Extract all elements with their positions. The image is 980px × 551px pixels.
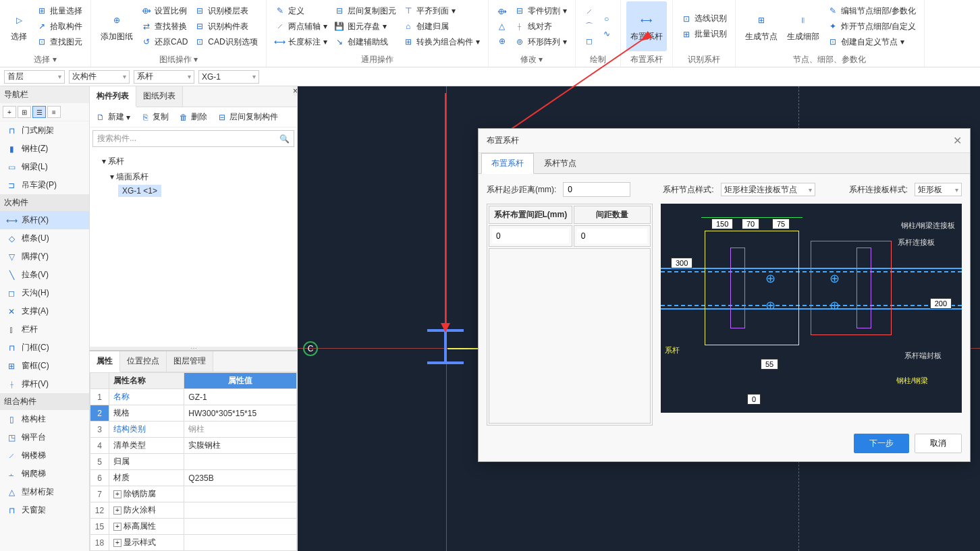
revert-cad[interactable]: ↺还原CAD <box>138 35 190 49</box>
property-row[interactable]: 4 清单类型 实腹钢柱 <box>90 438 297 454</box>
next-button[interactable]: 下一步 <box>854 434 909 453</box>
view-detail[interactable]: ≡ <box>47 106 61 118</box>
mirror[interactable]: ⟴ <box>494 5 510 18</box>
sidebar-item[interactable]: ⫿栏杆 <box>0 320 89 339</box>
two-point-axis[interactable]: ⟋两点辅轴 ▾ <box>272 20 330 34</box>
sidebar-item[interactable]: ▭钢梁(L) <box>0 158 89 176</box>
circular-array[interactable]: ⊚环形阵列 ▾ <box>512 35 570 49</box>
sidebar-item[interactable]: ▽隅撑(Y) <box>0 248 89 266</box>
layer-copy[interactable]: ⊟层间复制图元 <box>331 4 399 18</box>
draw-line[interactable]: ⟋ <box>581 5 597 18</box>
sidebar-item[interactable]: ⊓天窗架 <box>0 501 89 519</box>
select-tool[interactable]: ▷选择 <box>5 1 32 51</box>
move[interactable]: ⊕ <box>494 34 510 48</box>
length-dim[interactable]: ⟷长度标注 ▾ <box>272 35 330 49</box>
property-row[interactable]: 1 名称 GZ-1 <box>90 389 297 405</box>
gen-node[interactable]: ⊞生成节点 <box>741 1 782 51</box>
set-scale[interactable]: ⟴设置比例 <box>138 4 190 18</box>
copy-button[interactable]: ⎘复制 <box>137 110 171 124</box>
nav-section[interactable]: ⊓门式刚架▮钢柱(Z)▭钢梁(L)⊐吊车梁(P)次构件⟷系杆(X)◇檩条(U)▽… <box>0 121 89 551</box>
layout-tie-rod-button[interactable]: ⟷布置系杆 <box>626 1 667 51</box>
tab-layer[interactable]: 图层管理 <box>167 351 213 372</box>
property-row[interactable]: 7 +除锈防腐 <box>90 486 297 502</box>
find-element[interactable]: ⊡查找图元 <box>34 35 85 49</box>
combine[interactable]: ⊞转换为组合构件 ▾ <box>400 35 483 49</box>
view-tree[interactable]: + <box>3 106 16 118</box>
sub-dropdown[interactable]: 次构件 <box>69 70 130 84</box>
recognize-member[interactable]: ⊟识别构件表 <box>192 20 260 34</box>
tab-drawing-list[interactable]: 图纸列表 <box>136 86 183 107</box>
plate-style-dropdown[interactable]: 矩形板 <box>915 183 962 196</box>
sidebar-item[interactable]: ╲拉条(V) <box>0 266 89 284</box>
pick-element[interactable]: ↗拾取构件 <box>34 20 85 34</box>
sidebar-item[interactable]: ⫠钢爬梯 <box>0 465 89 483</box>
type-dropdown[interactable]: 系杆 <box>134 70 194 84</box>
property-row[interactable]: 6 材质 Q235B <box>90 470 297 486</box>
sidebar-item[interactable]: ⊓门框(C) <box>0 339 89 357</box>
sidebar-item[interactable]: ◳钢平台 <box>0 428 89 446</box>
batch-select[interactable]: ⊞批量选择 <box>34 4 85 18</box>
cad-options[interactable]: ⊡CAD识别选项 <box>192 35 260 49</box>
sidebar-item[interactable]: ✕支撑(A) <box>0 302 89 320</box>
create-home[interactable]: ⌂创建归属 <box>400 20 483 34</box>
sidebar-item[interactable]: ⊞窗框(C) <box>0 357 89 375</box>
delete-button[interactable]: 🗑删除 <box>175 110 210 124</box>
floor-dropdown[interactable]: 首层 <box>4 70 65 84</box>
find-replace[interactable]: ⇄查找替换 <box>138 20 190 34</box>
sidebar-item[interactable]: △型材桁架 <box>0 483 89 501</box>
sidebar-item[interactable]: ⟊撑杆(V) <box>0 375 89 393</box>
tree-leaf[interactable]: XG-1 <1> <box>118 185 161 197</box>
line-align[interactable]: ⟊线对齐 <box>512 20 570 34</box>
triangle[interactable]: △ <box>494 20 510 33</box>
explode-node[interactable]: ✦炸开节点细部/自定义 <box>825 20 919 34</box>
dialog-close-button[interactable]: ✕ <box>953 134 962 147</box>
tree-sub[interactable]: ▾ 墙面系杆 <box>94 169 293 185</box>
draw-rect[interactable]: ◻ <box>581 34 597 48</box>
recognize-floor[interactable]: ⊟识别楼层表 <box>192 4 260 18</box>
tab-position[interactable]: 位置控点 <box>120 351 167 372</box>
dialog-titlebar[interactable]: 布置系杆 ✕ <box>479 129 970 153</box>
sidebar-item[interactable]: ◇檩条(U) <box>0 229 89 248</box>
node-style-dropdown[interactable]: 矩形柱梁连接板节点 <box>721 183 815 196</box>
close-icon[interactable]: × <box>293 86 297 96</box>
spacing-count-input[interactable] <box>577 229 647 243</box>
spacing-l-input[interactable] <box>492 229 569 243</box>
view-list[interactable]: ☰ <box>32 106 46 118</box>
line-recognize[interactable]: ⊡选线识别 <box>678 11 730 26</box>
create-custom-node[interactable]: ⊡创建自定义节点 ▾ <box>825 35 919 49</box>
new-button[interactable]: 🗋新建 ▾ <box>92 110 133 124</box>
name-dropdown[interactable]: XG-1 <box>198 70 259 84</box>
property-row[interactable]: 2 规格 HW300*305*15*15 <box>90 405 297 422</box>
property-row[interactable]: 18 +显示样式 <box>90 535 297 551</box>
search-input[interactable]: 搜索构件... 🔍 <box>92 130 294 147</box>
property-row[interactable]: 12 +防火涂料 <box>90 502 297 519</box>
property-row[interactable]: 15 +标高属性 <box>90 519 297 535</box>
aux-line[interactable]: ↘创建辅助线 <box>331 35 399 49</box>
property-row[interactable]: 3 结构类别 钢柱 <box>90 422 297 438</box>
sidebar-item[interactable]: ▮钢柱(Z) <box>0 140 89 158</box>
part-cut[interactable]: ⊟零件切割 ▾ <box>512 4 570 18</box>
property-row[interactable]: 5 归属 <box>90 454 297 470</box>
sidebar-item[interactable]: ⟋钢楼梯 <box>0 446 89 465</box>
tab-component-list[interactable]: 构件列表 <box>90 86 136 107</box>
draw-circle[interactable]: ○ <box>599 12 615 26</box>
layer-copy-button[interactable]: ⊟层间复制构件 <box>214 110 281 124</box>
sidebar-item[interactable]: ⟷系杆(X) <box>0 211 89 229</box>
add-drawing[interactable]: ⊕添加图纸 <box>97 1 137 51</box>
edit-node[interactable]: ✎编辑节点细部/参数化 <box>825 4 919 18</box>
align-face[interactable]: ⊤平齐到面 ▾ <box>400 4 483 18</box>
batch-recognize[interactable]: ⊞批量识别 <box>678 27 730 41</box>
dialog-tab-node[interactable]: 系杆节点 <box>534 153 587 174</box>
cancel-button[interactable]: 取消 <box>915 434 962 453</box>
dialog-tab-layout[interactable]: 布置系杆 <box>481 153 534 174</box>
draw-arc[interactable]: ⌒ <box>581 20 597 33</box>
sidebar-item[interactable]: ◻天沟(H) <box>0 284 89 302</box>
gen-detail[interactable]: ⫴生成细部 <box>783 1 823 51</box>
start-distance-input[interactable] <box>563 182 630 197</box>
define[interactable]: ✎定义 <box>272 4 330 18</box>
draw-curve[interactable]: ∿ <box>599 27 615 40</box>
sidebar-item[interactable]: ⊓门式刚架 <box>0 121 89 140</box>
tab-props[interactable]: 属性 <box>90 351 120 372</box>
save-element[interactable]: 💾图元存盘 ▾ <box>331 20 399 34</box>
component-tree[interactable]: ▾ 系杆 ▾ 墙面系杆 XG-1 <1> <box>90 150 297 201</box>
